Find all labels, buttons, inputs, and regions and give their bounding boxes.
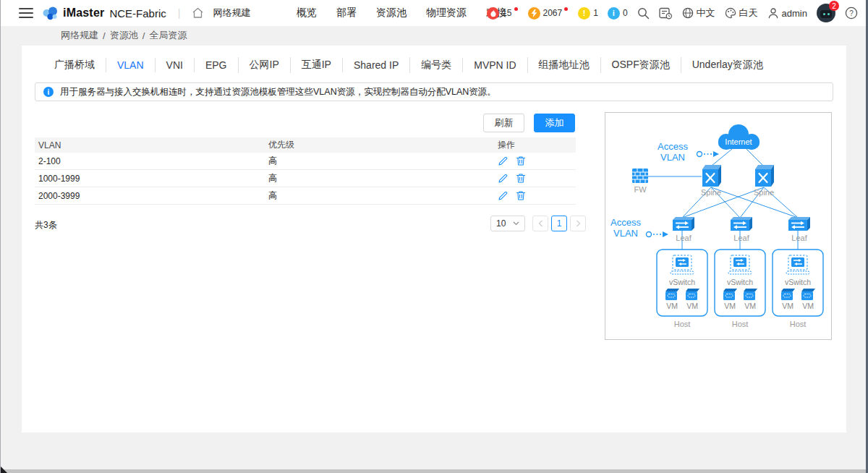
user-menu[interactable]: admin xyxy=(767,7,807,19)
hamburger-menu-icon[interactable] xyxy=(19,8,33,18)
exclamation-icon: ! xyxy=(578,7,590,20)
next-page-button[interactable] xyxy=(570,216,586,231)
tab-interconnect-ip[interactable]: 互通IP xyxy=(290,57,342,73)
nav-item-resource-pool[interactable]: 资源池 xyxy=(376,7,407,20)
alarm-info-count: 0 xyxy=(623,8,628,18)
leaf-label: Leaf xyxy=(676,234,692,242)
vswitch-icon xyxy=(728,255,752,274)
task-record-icon[interactable] xyxy=(659,7,673,20)
page-number-button[interactable]: 1 xyxy=(551,216,567,231)
imaster-logo-icon xyxy=(42,5,58,21)
arrow-right-icon xyxy=(663,231,668,237)
home-nav-label[interactable]: 网络规建 xyxy=(213,7,250,20)
pagination: 10 1 xyxy=(490,216,586,231)
edit-icon[interactable] xyxy=(498,173,509,184)
cell-vlan-range: 2000-3999 xyxy=(35,191,268,201)
vswitch-label: vSwitch xyxy=(727,278,753,286)
alarm-critical-count: 15 xyxy=(502,8,511,18)
tab-multicast-pool[interactable]: 组播地址池 xyxy=(527,57,600,73)
refresh-button[interactable]: 刷新 xyxy=(483,114,524,132)
language-label: 中文 xyxy=(697,7,715,20)
host-label: Host xyxy=(732,320,749,328)
vswitch-icon xyxy=(786,255,809,274)
delete-icon[interactable] xyxy=(516,190,527,202)
topology-links xyxy=(648,149,798,255)
column-header-vlan: VLAN xyxy=(35,140,268,150)
column-header-priority: 优先级 xyxy=(268,139,498,151)
home-icon[interactable] xyxy=(192,7,204,19)
topology-diagram-panel: Internet Access VLAN FW xyxy=(605,112,832,340)
chevron-left-icon xyxy=(538,220,543,227)
nav-item-physical[interactable]: 物理资源 xyxy=(426,7,467,20)
tab-public-ip[interactable]: 公网IP xyxy=(238,57,290,73)
prev-page-button[interactable] xyxy=(532,216,548,231)
theme-switch[interactable]: 白天 xyxy=(725,7,758,20)
alarm-major[interactable]: 2067 xyxy=(528,7,569,20)
assistant-avatar[interactable]: 2 xyxy=(817,4,835,22)
cell-vlan-range: 2-100 xyxy=(35,156,268,166)
vswitch-label: vSwitch xyxy=(785,278,811,286)
new-alarm-dot xyxy=(564,7,568,11)
breadcrumb-separator: / xyxy=(103,30,106,41)
help-icon[interactable]: ? xyxy=(845,7,858,20)
breadcrumb-item-resource-pool[interactable]: 资源池 xyxy=(110,29,138,42)
tab-epg[interactable]: EPG xyxy=(194,58,238,72)
bolt-icon xyxy=(528,7,540,20)
spine-label: Spine xyxy=(754,188,774,197)
tab-number-class[interactable]: 编号类 xyxy=(409,57,462,73)
page-size-select[interactable]: 10 xyxy=(490,216,525,231)
alarm-minor[interactable]: ! 1 xyxy=(578,7,598,20)
info-banner-text: 用于服务器与接入交换机相连时，支持通过资源池模板管理这些VLAN资源，实现控制器… xyxy=(60,86,496,98)
access-vlan-annotation-top: Access VLAN xyxy=(658,141,719,163)
topbar-divider: | xyxy=(178,7,181,19)
vlan-endpoint-dot xyxy=(647,232,652,237)
vlan-table: VLAN 优先级 操作 2-100 高 1000-1999 高 xyxy=(35,137,576,205)
host-label: Host xyxy=(790,320,807,328)
alarm-info[interactable]: i 0 xyxy=(608,7,628,20)
svg-text:VLAN: VLAN xyxy=(613,228,638,239)
main-content-card: 广播桥域 VLAN VNI EPG 公网IP 互通IP Shared IP 编号… xyxy=(22,46,846,432)
tab-mvpn-id[interactable]: MVPN ID xyxy=(462,58,527,72)
info-icon: i xyxy=(43,87,54,97)
tab-broadcast-domain[interactable]: 广播桥域 xyxy=(43,57,106,73)
host-label: Host xyxy=(674,320,691,328)
edit-icon[interactable] xyxy=(498,190,509,202)
breadcrumb-item-network-planning[interactable]: 网络规建 xyxy=(61,29,98,42)
spine-switch xyxy=(755,165,774,187)
cell-vlan-range: 1000-1999 xyxy=(35,174,268,184)
firewall-node: FW xyxy=(632,169,648,194)
svg-text:VLAN: VLAN xyxy=(660,152,685,163)
nav-item-deploy[interactable]: 部署 xyxy=(336,7,357,20)
leaf-label: Leaf xyxy=(791,234,807,242)
globe-icon xyxy=(682,7,694,19)
breadcrumb-item-global-resource: 全局资源 xyxy=(149,29,187,42)
tab-shared-ip[interactable]: Shared IP xyxy=(342,58,409,72)
table-row: 1000-1999 高 xyxy=(35,170,576,187)
alarm-critical[interactable]: 15 xyxy=(487,7,518,20)
leaf-switch xyxy=(788,217,810,231)
edit-icon[interactable] xyxy=(498,155,509,167)
delete-icon[interactable] xyxy=(516,173,527,184)
tab-underlay-pool[interactable]: Underlay资源池 xyxy=(681,57,774,73)
column-header-actions: 操作 xyxy=(498,139,576,151)
leaf-switch xyxy=(731,217,752,231)
vswitch-label: vSwitch xyxy=(669,278,695,286)
add-button[interactable]: 添加 xyxy=(534,114,575,132)
table-row: 2-100 高 xyxy=(35,153,576,170)
avatar-badge: 2 xyxy=(829,1,839,11)
vswitch-icon xyxy=(671,255,694,274)
resource-tabs: 广播桥域 VLAN VNI EPG 公网IP 互通IP Shared IP 编号… xyxy=(43,57,774,73)
svg-text:Access: Access xyxy=(610,217,641,228)
nav-item-overview[interactable]: 概览 xyxy=(297,7,317,20)
window-edge-left xyxy=(0,0,1,473)
language-switch[interactable]: 中文 xyxy=(682,7,715,20)
tab-vlan[interactable]: VLAN xyxy=(106,58,155,72)
tab-vni[interactable]: VNI xyxy=(155,58,194,72)
window-corner-notch xyxy=(1,466,7,473)
search-icon[interactable] xyxy=(637,7,650,20)
window-bottom-edge xyxy=(0,469,868,473)
chevron-right-icon xyxy=(576,220,581,227)
delete-icon[interactable] xyxy=(516,155,527,167)
tab-ospf-pool[interactable]: OSPF资源池 xyxy=(600,57,681,73)
breadcrumb-separator: / xyxy=(142,30,145,41)
